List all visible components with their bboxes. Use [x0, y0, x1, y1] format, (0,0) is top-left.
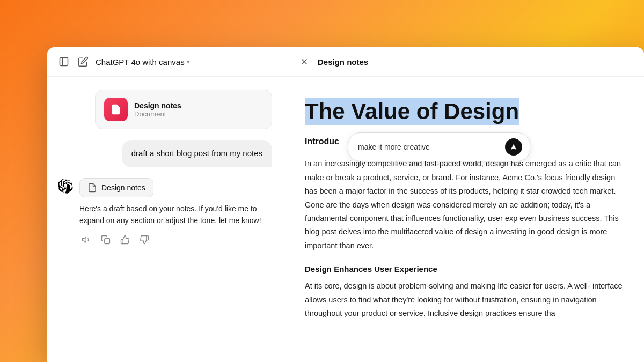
action-buttons — [79, 233, 272, 247]
copy-button[interactable] — [99, 233, 113, 247]
user-message-bubble: draft a short blog post from my notes — [122, 140, 272, 167]
inline-edit-container: Introduc make it more creative — [305, 137, 623, 146]
assistant-avatar — [58, 179, 73, 194]
intro-label: Introduc — [305, 137, 339, 146]
chevron-down-icon: ▾ — [187, 58, 190, 65]
user-message-text: draft a short blog post from my notes — [131, 149, 262, 158]
svg-rect-5 — [105, 239, 110, 244]
sidebar-toggle-button[interactable] — [58, 56, 70, 68]
document-icon — [110, 104, 122, 115]
model-selector[interactable]: ChatGPT 4o with canvas ▾ — [96, 57, 190, 67]
article-title-wrap: The Value of Design — [305, 98, 623, 125]
inline-prompt-container: make it more creative — [348, 132, 530, 161]
audio-button[interactable] — [79, 233, 93, 247]
new-chat-button[interactable] — [77, 56, 89, 68]
model-name: ChatGPT 4o with canvas — [96, 57, 185, 67]
assistant-message: Design notes Here's a draft based on you… — [58, 178, 272, 247]
canvas-fade — [283, 319, 644, 362]
thumbsdown-button[interactable] — [137, 233, 151, 247]
canvas-content: The Value of Design Introduc make it mor… — [283, 77, 644, 362]
inline-prompt-text[interactable]: make it more creative — [358, 143, 500, 151]
article-paragraph-2: At its core, design is about problem-sol… — [305, 279, 623, 320]
chip-document-icon — [87, 183, 97, 193]
svg-marker-4 — [83, 237, 86, 243]
inline-prompt-send-button[interactable] — [505, 138, 522, 156]
document-card[interactable]: Design notes Document — [95, 90, 272, 129]
thumbsup-button[interactable] — [118, 233, 132, 247]
assistant-content: Design notes Here's a draft based on you… — [79, 178, 272, 247]
assistant-response-text: Here's a draft based on your notes. If y… — [79, 203, 272, 227]
svg-rect-0 — [60, 58, 68, 66]
section-heading-1: Design Enhances User Experience — [305, 262, 623, 276]
canvas-header: Design notes — [283, 47, 644, 77]
app-window: ChatGPT 4o with canvas ▾ Design notes — [47, 47, 644, 362]
document-info: Design notes Document — [134, 101, 181, 118]
chip-label: Design notes — [101, 183, 145, 192]
document-type: Document — [134, 110, 181, 118]
canvas-title: Design notes — [318, 57, 368, 67]
article-title: The Value of Design — [305, 98, 519, 125]
document-icon-wrap — [104, 98, 128, 121]
article-paragraph-1: In an increasingly competitive and fast-… — [305, 157, 623, 253]
article-body: In an increasingly competitive and fast-… — [305, 157, 623, 320]
close-canvas-button[interactable] — [298, 56, 310, 68]
chat-messages: Design notes Document draft a short blog… — [47, 77, 283, 362]
chat-header: ChatGPT 4o with canvas ▾ — [47, 47, 283, 77]
chat-panel: ChatGPT 4o with canvas ▾ Design notes — [47, 47, 283, 362]
design-notes-chip[interactable]: Design notes — [79, 178, 153, 197]
document-title: Design notes — [134, 101, 181, 110]
canvas-panel: Design notes The Value of Design Introdu… — [283, 47, 644, 362]
